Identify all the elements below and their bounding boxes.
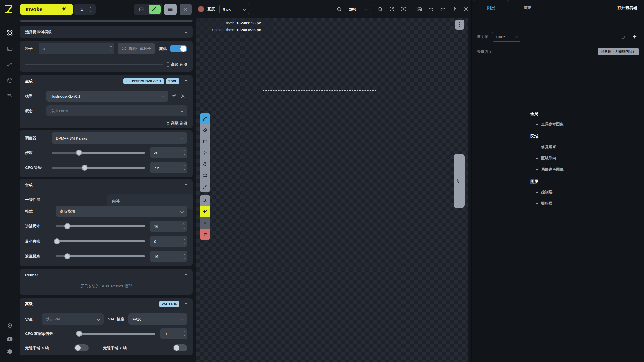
menu-button[interactable] [164,4,177,15]
nav-upscaling-tab[interactable] [7,46,13,52]
move-tool[interactable] [200,147,210,158]
seed-advanced-options[interactable]: 高级 选项 [20,61,193,68]
canvas-settings-button[interactable] [461,5,470,14]
invoke-button[interactable]: Invoke [20,4,73,15]
cancel-button[interactable] [180,4,192,15]
mask-blur-input[interactable]: 16 [150,251,187,262]
pan-tool[interactable] [200,158,210,170]
cfg-rescale-slider-thumb[interactable] [76,331,82,337]
queue-count-stepper[interactable]: 1 [74,4,96,15]
add-inpaint-mask[interactable]: +修复遮罩 [530,141,586,153]
steps-slider-thumb[interactable] [76,150,82,156]
vae-precision-select[interactable]: FP16 [128,313,187,325]
tab-gallery[interactable]: 画廊 [509,0,546,16]
mask-blur-slider-thumb[interactable] [64,253,70,259]
brush-color-swatch[interactable] [198,6,204,12]
add-regional-guidance[interactable]: +区域导向 [530,153,586,164]
nav-models-tab[interactable] [7,77,13,84]
rect-tool[interactable] [200,136,210,147]
refiner-card-header[interactable]: Refiner [20,269,193,280]
duplicate-layer-button[interactable] [618,32,627,41]
cfg-scale-slider-thumb[interactable] [82,165,88,171]
model-select[interactable]: Illustrious-XL-v0.1 [46,90,168,102]
fit-to-view-button[interactable] [387,5,396,14]
cfg-rescale-slider[interactable] [77,333,155,335]
lora-select[interactable]: 添加 LoRA [46,105,187,116]
add-regional-reference-image[interactable]: +局部参考图像 [530,164,586,175]
add-raster-layer[interactable]: +栅格层 [530,198,586,209]
mask-blur-slider[interactable] [56,255,145,257]
youtube-button[interactable] [7,336,13,342]
add-control-layer[interactable]: +控制层 [530,187,586,198]
seamless-x-toggle[interactable] [74,344,89,351]
min-denoise-stepper[interactable] [183,239,185,244]
opacity-select[interactable]: 100% [492,32,521,42]
canvas-stage[interactable]: Bbox: 1024×1536 px Scaled Bbox: 1024×153… [196,18,468,362]
random-seed-toggle[interactable] [170,45,187,52]
compositing-card-header[interactable]: 合成 [20,179,193,190]
zoom-out-button[interactable] [335,5,344,14]
seed-stepper[interactable] [110,46,112,51]
model-settings-button[interactable] [179,92,187,100]
nav-queue-tab[interactable] [7,93,13,99]
open-viewer-button[interactable]: 打开查看器 [617,0,637,16]
advanced-card-header[interactable]: 高级 VAE FP16 [20,298,193,309]
steps-slider[interactable] [52,152,145,154]
apply-generate-button[interactable] [200,206,210,217]
mask-blur-stepper[interactable] [183,254,185,259]
eraser-tool[interactable] [200,124,210,136]
add-global-reference-image[interactable]: +全局参考图像 [530,119,586,130]
zoom-in-button[interactable] [376,5,385,14]
edge-size-stepper[interactable] [183,224,185,229]
canvas-zoom-select[interactable]: 29% [345,4,371,14]
support-tips-button[interactable] [7,323,13,329]
min-denoise-slider-thumb[interactable] [54,238,60,244]
settings-button[interactable] [7,348,13,355]
prompt-template-select[interactable]: 选择提示词模板 [20,26,193,38]
randomize-seed-button[interactable]: 随机生成种子 [118,43,155,54]
min-denoise-value: 0 [154,239,156,244]
cfg-scale-stepper[interactable] [183,165,185,170]
brush-width-select[interactable]: 9 px [219,4,249,14]
nav-workflows-tab[interactable] [7,61,13,68]
fit-bbox-button[interactable] [399,5,408,14]
brush-tool[interactable] [200,113,210,124]
cfg-scale-slider[interactable] [52,167,145,169]
color-picker-tool[interactable] [200,181,210,192]
canvas-tool-settings[interactable] [200,195,210,206]
edge-size-slider[interactable] [56,225,145,227]
queue-count-stepper-arrows[interactable] [90,7,92,12]
steps-input[interactable]: 30 [150,147,187,158]
save-canvas-button[interactable] [415,5,424,14]
cfg-scale-input[interactable]: 7.5 [150,162,187,173]
min-denoise-input[interactable]: 0 [150,236,187,247]
redo-button[interactable] [438,5,447,14]
bbox-tool[interactable] [200,170,210,181]
nav-canvas-tab[interactable] [7,30,13,36]
edge-size-slider-thumb[interactable] [64,223,70,229]
tab-layers[interactable]: 图层 [473,0,509,16]
cancel-action-button[interactable] [200,217,210,229]
new-session-button[interactable] [450,5,459,14]
delete-layer-button[interactable] [200,229,210,240]
generation-card-header[interactable]: 生成 ILLUSTRIOUS-XL-V0.1 SDXL [20,75,193,87]
edge-size-input[interactable]: 16 [150,221,187,232]
canvas-segment[interactable] [149,5,161,14]
undo-button[interactable] [427,5,436,14]
canvas-menu-button[interactable] [455,20,464,30]
generation-bbox[interactable] [263,90,376,258]
min-denoise-slider[interactable] [56,240,145,242]
seed-input[interactable]: 0 [39,43,114,54]
model-default-settings-button[interactable] [170,92,179,100]
steps-stepper[interactable] [183,150,185,155]
blur-mode-select[interactable]: 高斯模糊 [56,206,187,217]
gallery-pull-handle[interactable] [454,154,465,208]
add-layer-button[interactable] [630,32,639,41]
generation-advanced-options[interactable]: 高级 选项 [20,119,193,127]
seamless-y-toggle[interactable] [173,344,187,351]
vae-select[interactable]: 默认 VAE [42,313,104,325]
scheduler-select[interactable]: DPM++ 3M Karras [52,132,187,144]
cfg-rescale-stepper[interactable] [183,331,185,336]
image-viewer-segment[interactable] [135,5,147,14]
cfg-rescale-input[interactable]: 0 [160,328,187,339]
